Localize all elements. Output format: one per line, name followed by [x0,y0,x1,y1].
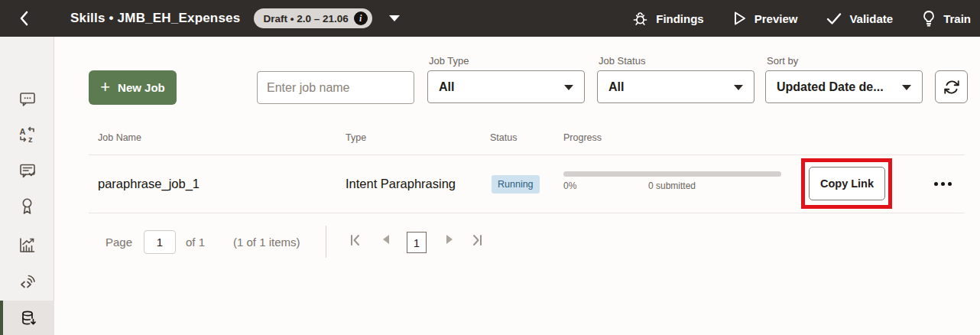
ellipsis-icon [934,182,938,186]
page-label: Page [105,236,132,249]
chevron-down-icon [734,85,743,90]
first-page-button[interactable] [349,233,362,247]
chevron-left-icon [19,11,30,26]
svg-text:z: z [28,134,33,143]
items-count-label: (1 of 1 items) [233,236,300,249]
sidebar-item-data-manufacturing[interactable] [0,301,54,335]
chat-bubble-dots-icon [18,89,37,109]
check-icon [826,12,842,25]
title-dropdown-caret-icon[interactable] [389,15,400,21]
code-signal-icon [18,272,37,291]
page-of-label: of 1 [186,236,205,249]
next-page-button[interactable] [446,235,453,244]
database-download-icon [19,309,38,328]
progress-submitted: 0 submitted [648,181,696,191]
chat-bubble-check-icon [18,161,37,181]
sort-by-value: Updated Date de... [777,80,884,94]
status-badge: Running [492,175,540,194]
preview-button[interactable]: Preview [733,11,798,26]
app-header: Skills • JMB_EH_Expenses Draft • 2.0 – 2… [0,0,980,37]
sidebar-item-channels[interactable] [0,264,54,299]
validate-button[interactable]: Validate [826,12,893,25]
current-page-button[interactable]: 1 [407,232,427,253]
plus-icon: + [100,79,110,96]
header-actions: Findings Preview Validate Train [632,10,980,27]
job-status-select[interactable]: All [597,70,754,103]
new-job-label: New Job [118,81,165,94]
translate-icon: A z [18,125,37,144]
refresh-icon [943,79,960,96]
chevron-down-icon [564,85,573,90]
preview-label: Preview [754,12,798,25]
job-status-value: All [608,80,624,94]
left-sidebar: A z [0,37,54,335]
last-page-icon [470,233,484,247]
back-button[interactable] [0,0,49,37]
train-label: Train [943,12,971,25]
first-page-icon [349,233,362,247]
bug-icon [632,11,648,27]
version-badge-label: Draft • 2.0 – 21.06 [263,13,348,24]
findings-button[interactable]: Findings [632,11,704,27]
column-header-progress: Progress [563,132,602,143]
page-title: Skills • JMB_EH_Expenses [70,11,240,26]
sidebar-item-skill-quality[interactable] [0,188,54,223]
chevron-left-icon [383,235,389,244]
chart-trend-icon [18,236,37,255]
last-page-button[interactable] [470,233,484,247]
table-header-divider [89,154,965,155]
sort-by-select[interactable]: Updated Date de... [765,70,923,103]
more-actions-button[interactable] [930,174,956,193]
lightbulb-icon [922,10,936,27]
progress-percent: 0% [563,181,576,191]
sidebar-item-intents[interactable] [0,81,54,116]
job-type-value: All [439,80,454,94]
progress-bar [563,171,781,177]
play-icon [733,11,747,26]
new-job-button[interactable]: + New Job [89,70,177,105]
pagination-divider [326,226,326,258]
sidebar-item-entities[interactable]: A z [0,116,54,151]
validate-label: Validate [849,12,893,25]
ribbon-icon [18,197,36,216]
sort-by-label: Sort by [767,55,798,67]
info-icon[interactable]: i [354,11,368,25]
job-status-label: Job Status [599,55,645,67]
train-button[interactable]: Train [922,10,971,27]
version-badge[interactable]: Draft • 2.0 – 21.06 i [254,8,372,28]
job-type-label: Job Type [429,55,469,67]
column-header-job-name: Job Name [98,132,141,143]
svg-text:A: A [20,126,26,135]
refresh-button[interactable] [935,70,968,103]
job-name-search-input[interactable] [257,71,414,104]
chevron-right-icon [446,235,453,244]
column-header-status: Status [490,132,517,143]
column-header-type: Type [346,132,366,143]
chevron-down-icon [902,85,911,90]
sidebar-item-insights[interactable] [0,227,54,262]
job-type-select[interactable]: All [427,70,585,103]
previous-page-button[interactable] [383,235,389,244]
table-row-divider [89,213,965,213]
copy-link-button[interactable]: Copy Link [809,167,885,200]
findings-label: Findings [656,12,704,25]
job-name-cell: paraphrase_job_1 [98,177,200,191]
page-number-input[interactable] [144,230,176,254]
job-type-cell: Intent Paraphrasing [346,177,456,191]
sidebar-item-flows[interactable] [0,153,54,188]
